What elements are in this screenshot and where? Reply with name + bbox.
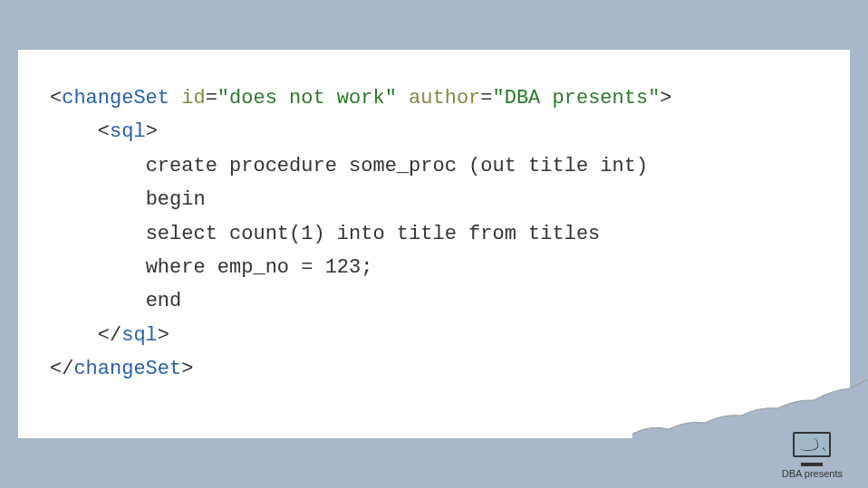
sql-text: create procedure some_proc (out title in… — [146, 155, 649, 177]
indent — [50, 324, 98, 347]
logo: ↖ DBA presents — [782, 432, 843, 479]
bracket: < — [98, 120, 110, 143]
code-line-5: select count(1) into title from titles — [50, 217, 818, 251]
monitor-stand — [801, 463, 823, 466]
bracket: > — [181, 358, 193, 380]
monitor-icon: ↖ — [793, 432, 831, 463]
indent — [50, 290, 146, 312]
sql-text: begin — [146, 188, 206, 211]
code-line-3: create procedure some_proc (out title in… — [50, 149, 818, 183]
tag-sql: sql — [110, 120, 146, 143]
tag-sql-close: sql — [121, 324, 158, 347]
attr-author: author — [409, 87, 480, 110]
bracket: < — [50, 87, 62, 110]
eq: = — [480, 87, 492, 110]
indent — [50, 256, 146, 279]
monitor-screen: ↖ — [793, 432, 831, 457]
code-block: <changeSet id="does not work" author="DB… — [18, 50, 850, 438]
tag-changeSet-close: changeSet — [73, 358, 181, 380]
logo-text: DBA presents — [782, 468, 843, 479]
sql-text: select count(1) into title from titles — [146, 223, 601, 245]
bracket: > — [146, 120, 158, 143]
code-line-1: <changeSet id="does not work" author="DB… — [50, 81, 818, 115]
attr-author-value: "DBA presents" — [493, 87, 661, 110]
code-line-2: <sql> — [50, 115, 818, 148]
database-glyph-icon — [800, 437, 819, 452]
code-line-9: </changeSet> — [50, 352, 818, 386]
attr-id-value: "does not work" — [217, 87, 397, 110]
tag-changeSet: changeSet — [62, 87, 169, 110]
indent — [50, 223, 146, 245]
indent — [50, 188, 146, 211]
attr-id: id — [181, 87, 205, 110]
indent — [50, 155, 146, 177]
eq: = — [206, 87, 217, 110]
indent — [50, 120, 98, 143]
sql-text: where emp_no = 123; — [146, 256, 373, 279]
code-line-4: begin — [50, 183, 818, 216]
sql-text: end — [146, 290, 182, 312]
bracket: > — [158, 324, 169, 347]
bracket: > — [660, 87, 671, 110]
cursor-icon: ↖ — [823, 445, 827, 453]
bracket: </ — [50, 358, 73, 380]
code-line-7: end — [50, 284, 818, 318]
code-line-8: </sql> — [50, 319, 818, 352]
bracket: </ — [98, 324, 121, 347]
code-line-6: where emp_no = 123; — [50, 251, 818, 284]
